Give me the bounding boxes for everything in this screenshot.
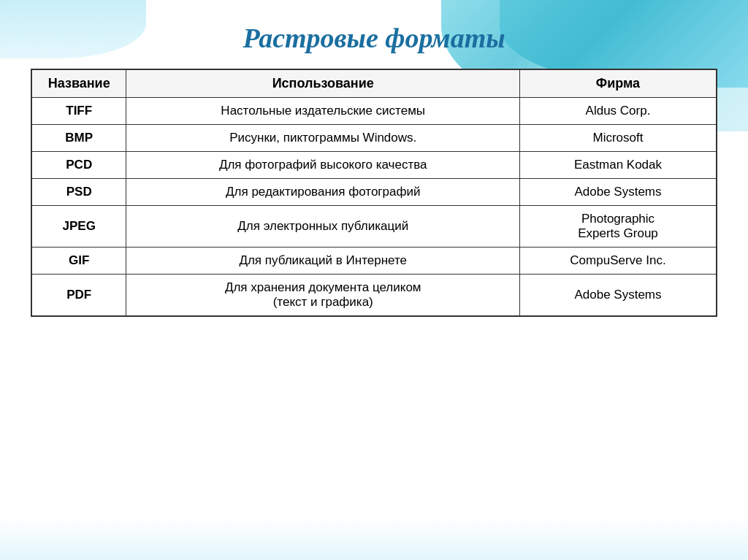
header-usage: Использование xyxy=(126,69,520,98)
cell-format-usage: Для хранения документа целиком(текст и г… xyxy=(126,275,520,317)
cell-format-firm: Adobe Systems xyxy=(520,179,717,206)
page-title: Растровые форматы xyxy=(243,22,505,54)
main-content: Растровые форматы Название Использование… xyxy=(0,0,748,331)
cell-format-usage: Настольные издательские системы xyxy=(126,98,520,125)
cell-format-firm: PhotographicExperts Group xyxy=(520,206,717,248)
cell-format-name: PCD xyxy=(31,152,126,179)
cell-format-name: TIFF xyxy=(31,98,126,125)
table-row: PSDДля редактирования фотографийAdobe Sy… xyxy=(31,179,717,206)
cell-format-firm: Adobe Systems xyxy=(520,275,717,317)
cell-format-firm: Microsoft xyxy=(520,125,717,152)
table-row: GIFДля публикаций в ИнтернетеCompuServe … xyxy=(31,248,717,275)
header-firm: Фирма xyxy=(520,69,717,98)
cell-format-firm: CompuServe Inc. xyxy=(520,248,717,275)
cell-format-firm: Aldus Corp. xyxy=(520,98,717,125)
cell-format-name: JPEG xyxy=(31,206,126,248)
bg-decoration-bottom xyxy=(0,516,748,560)
table-row: PDFДля хранения документа целиком(текст … xyxy=(31,275,717,317)
table-row: TIFFНастольные издательские системыAldus… xyxy=(31,98,717,125)
cell-format-usage: Для электронных публикаций xyxy=(126,206,520,248)
cell-format-name: PSD xyxy=(31,179,126,206)
cell-format-firm: Eastman Kodak xyxy=(520,152,717,179)
table-header-row: Название Использование Фирма xyxy=(31,69,717,98)
cell-format-name: PDF xyxy=(31,275,126,317)
table-row: PCDДля фотографий высокого качестваEastm… xyxy=(31,152,717,179)
cell-format-usage: Для публикаций в Интернете xyxy=(126,248,520,275)
table-row: JPEGДля электронных публикацийPhotograph… xyxy=(31,206,717,248)
cell-format-usage: Для редактирования фотографий xyxy=(126,179,520,206)
cell-format-usage: Рисунки, пиктограммы Windows. xyxy=(126,125,520,152)
cell-format-usage: Для фотографий высокого качества xyxy=(126,152,520,179)
formats-table: Название Использование Фирма TIFFНастоль… xyxy=(31,69,717,317)
cell-format-name: BMP xyxy=(31,125,126,152)
header-name: Название xyxy=(31,69,126,98)
table-row: BMPРисунки, пиктограммы Windows.Microsof… xyxy=(31,125,717,152)
cell-format-name: GIF xyxy=(31,248,126,275)
